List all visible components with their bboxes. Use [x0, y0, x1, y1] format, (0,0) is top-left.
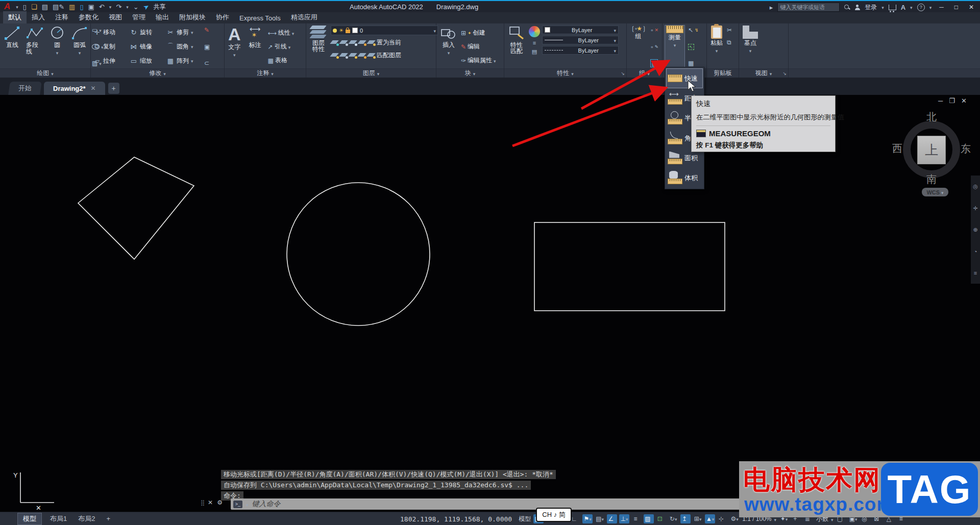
- isometric-draft-icon[interactable]: ▤: [595, 514, 605, 523]
- viewcube-top-face[interactable]: 上: [917, 136, 946, 164]
- annotation-visibility-icon[interactable]: ▲: [705, 514, 715, 523]
- doc-close-icon[interactable]: ✕: [961, 97, 967, 105]
- group-selection-toggle[interactable]: ▣: [651, 59, 658, 67]
- open-file-icon[interactable]: ❏: [31, 3, 37, 11]
- viewcube-north-label[interactable]: 北: [926, 110, 937, 124]
- panel-label-group[interactable]: 组: [627, 68, 662, 78]
- ribbon-tab[interactable]: 注释: [50, 11, 74, 23]
- panel-label-layers[interactable]: 图层: [306, 68, 436, 78]
- save-as-icon[interactable]: ▤✎: [53, 3, 64, 11]
- model-tab[interactable]: 模型: [17, 513, 42, 525]
- measure-button[interactable]: 测量: [665, 25, 685, 68]
- redo-caret[interactable]: [126, 3, 129, 10]
- viewcube-south-label[interactable]: 南: [926, 172, 937, 186]
- ribbon-tab[interactable]: 参数化: [74, 11, 104, 23]
- group-edit-button[interactable]: ▫✎: [651, 43, 658, 51]
- dynamic-input-icon[interactable]: ↥: [680, 514, 691, 523]
- dynamic-ucs-icon[interactable]: ↻: [668, 514, 678, 523]
- create-block-button[interactable]: ⊞✦创建: [461, 29, 496, 37]
- move-tool[interactable]: ✛ 移动: [93, 28, 130, 37]
- sign-in-label[interactable]: 登录: [865, 3, 877, 12]
- app-menu-caret[interactable]: [16, 3, 18, 10]
- panel-label-properties[interactable]: 特性↘: [504, 68, 626, 78]
- layer-isolate-icon[interactable]: [331, 40, 338, 45]
- minimize-button[interactable]: ─: [936, 4, 947, 11]
- select-similar-button[interactable]: ↖: [688, 43, 699, 51]
- line-tool-button[interactable]: 直线: [2, 25, 22, 68]
- file-tab-start[interactable]: 开始: [8, 82, 42, 95]
- layer-off-icon[interactable]: [331, 53, 338, 58]
- dock-grip-handle[interactable]: ⣿: [201, 499, 204, 506]
- color-wheel-icon[interactable]: [529, 26, 540, 37]
- autodesk-app-icon[interactable]: A: [901, 4, 905, 11]
- layer-match-icon[interactable]: [368, 53, 375, 58]
- base-point-button[interactable]: 基点: [741, 25, 760, 68]
- cut-button[interactable]: ✂: [727, 26, 732, 34]
- layer-properties-button[interactable]: 图层特性: [308, 25, 329, 68]
- measure-caret[interactable]: [674, 42, 676, 49]
- dock-customize-icon[interactable]: ⚙: [217, 499, 223, 506]
- search-icon[interactable]: [844, 5, 850, 10]
- pan-icon[interactable]: ✛: [973, 205, 977, 212]
- panel-label-block[interactable]: 块: [436, 68, 504, 78]
- polyline-tool-button[interactable]: 多段线: [24, 25, 45, 68]
- polygon-shape[interactable]: [78, 157, 194, 259]
- command-input-placeholder[interactable]: 键入命令: [252, 499, 281, 509]
- selection-cycling-icon[interactable]: ⊡: [656, 514, 666, 523]
- showmot-icon[interactable]: ≡: [974, 270, 977, 276]
- layer-thaw-all-icon[interactable]: [349, 53, 357, 58]
- annotation-scale-icon[interactable]: ⊞: [693, 514, 703, 523]
- copy-clip-button[interactable]: ⧉: [727, 38, 732, 46]
- search-input[interactable]: [777, 3, 840, 12]
- share-icon[interactable]: ➤: [142, 2, 151, 11]
- ribbon-tab[interactable]: Express Tools: [234, 13, 286, 23]
- wcs-dropdown[interactable]: WCS: [922, 188, 948, 196]
- app-store-icon[interactable]: [889, 5, 896, 10]
- transparency-icon[interactable]: ▨: [644, 514, 654, 523]
- quick-select-button[interactable]: ↖↯: [688, 26, 699, 34]
- panel-label-annotation[interactable]: 注释: [225, 68, 306, 78]
- annotation-monitor-icon[interactable]: ⊹: [717, 514, 727, 523]
- circle-shape[interactable]: [287, 183, 430, 326]
- copy-tool[interactable]: ⧉ 复制: [93, 42, 130, 51]
- rectangle-shape[interactable]: [534, 222, 725, 311]
- insert-block-button[interactable]: 插入: [438, 25, 459, 68]
- add-layout-button[interactable]: +: [103, 514, 113, 523]
- ribbon-tab[interactable]: 协作: [211, 11, 234, 23]
- help-icon[interactable]: ?: [917, 4, 925, 11]
- view-launcher-icon[interactable]: ↘: [782, 71, 787, 76]
- rotate-tool[interactable]: ↻ 旋转: [130, 28, 166, 37]
- lineweight-display-icon[interactable]: ≡: [631, 514, 642, 523]
- layer-freeze-icon[interactable]: [349, 40, 357, 45]
- group-button[interactable]: ❲▫★❳ 组: [629, 25, 648, 68]
- object-snap-icon[interactable]: ⊥: [619, 514, 629, 523]
- dock-close-icon[interactable]: ✕: [208, 499, 213, 506]
- doc-minimize-icon[interactable]: ─: [938, 97, 943, 105]
- set-current-layer-button[interactable]: 置为当前: [377, 38, 401, 47]
- match-layer-button[interactable]: 匹配图层: [377, 51, 401, 60]
- redo-icon[interactable]: ↷: [116, 3, 121, 11]
- viewcube-west-label[interactable]: 西: [892, 142, 902, 156]
- command-prompt-caret[interactable]: [246, 499, 249, 509]
- plot-icon[interactable]: ▥: [69, 3, 75, 11]
- edit-attributes-button[interactable]: ✑编辑属性: [461, 57, 496, 65]
- file-tab-drawing2[interactable]: Drawing2* ✕: [44, 82, 105, 95]
- object-snap-tracking-icon[interactable]: ∠: [607, 514, 617, 523]
- measure-volume[interactable]: 体积: [666, 168, 703, 188]
- ribbon-tab[interactable]: 默认: [3, 11, 27, 23]
- layout2-tab[interactable]: 布局2: [75, 513, 98, 524]
- new-file-icon[interactable]: ▯: [23, 3, 27, 11]
- layer-lock-tool-icon[interactable]: [358, 40, 366, 45]
- circle-tool-button[interactable]: 圆: [47, 25, 67, 68]
- panel-label-view[interactable]: 视图↘: [739, 68, 788, 78]
- explode-tool-button[interactable]: ▣: [204, 43, 210, 51]
- circle-caret[interactable]: [56, 49, 59, 57]
- layer-unlock-icon[interactable]: [358, 53, 366, 58]
- lineweight-combo[interactable]: ByLayer: [542, 36, 619, 44]
- leader-button[interactable]: ↗引线: [268, 43, 295, 51]
- ribbon-tab[interactable]: 视图: [104, 11, 127, 23]
- arc-caret[interactable]: [79, 49, 81, 57]
- scale-tool[interactable]: ▭ 缩放: [130, 57, 166, 65]
- maximize-button[interactable]: □: [951, 4, 961, 11]
- text-tool-button[interactable]: A 文字: [227, 25, 242, 68]
